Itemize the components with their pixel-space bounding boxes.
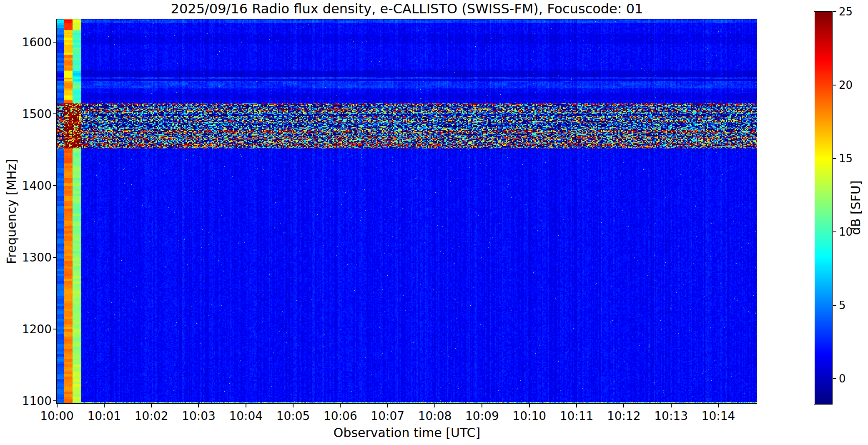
x-tick-label: 10:04: [229, 409, 263, 423]
x-tick-mark: [576, 404, 577, 407]
y-tick-mark: [53, 113, 57, 114]
x-tick-label: 10:09: [465, 409, 499, 423]
spectrogram-heatmap: [57, 19, 757, 403]
x-tick-mark: [529, 404, 530, 407]
colorbar-tick-mark: [833, 231, 836, 232]
colorbar-tick-label: 0: [839, 372, 846, 385]
x-tick-label: 10:12: [607, 409, 641, 423]
x-tick-mark: [482, 404, 482, 407]
chart-title: 2025/09/16 Radio flux density, e-CALLIST…: [171, 1, 643, 17]
y-tick-mark: [53, 42, 57, 43]
colorbar-tick-mark: [833, 158, 836, 159]
x-tick-label: 10:00: [40, 409, 74, 423]
x-tick-mark: [293, 404, 294, 407]
x-tick-mark: [151, 404, 152, 407]
spectrogram-figure: 2025/09/16 Radio flux density, e-CALLIST…: [0, 0, 868, 445]
x-tick-mark: [671, 404, 672, 407]
x-tick-mark: [104, 404, 105, 407]
x-tick-label: 10:14: [702, 409, 735, 423]
x-tick-mark: [623, 404, 624, 407]
y-tick-label: 1500: [0, 107, 52, 121]
y-tick-mark: [53, 257, 57, 258]
x-tick-label: 10:03: [182, 409, 216, 423]
x-tick-label: 10:06: [324, 409, 357, 423]
y-tick-mark: [53, 329, 57, 329]
x-tick-label: 10:13: [654, 409, 688, 423]
colorbar-tick-label: 10: [839, 226, 853, 238]
colorbar-tick-label: 15: [839, 152, 853, 165]
x-tick-mark: [387, 404, 388, 407]
x-tick-label: 10:10: [512, 409, 546, 423]
x-tick-label: 10:07: [371, 409, 404, 423]
colorbar-tick-mark: [833, 85, 836, 85]
y-tick-label: 1200: [0, 322, 52, 336]
colorbar-tick-label: 5: [839, 299, 846, 312]
colorbar-tick-label: 20: [839, 79, 853, 91]
x-tick-mark: [434, 404, 435, 407]
x-tick-label: 10:01: [87, 409, 121, 423]
x-tick-label: 10:11: [560, 409, 594, 423]
x-tick-label: 10:08: [418, 409, 452, 423]
y-tick-label: 1100: [0, 394, 52, 407]
x-tick-mark: [340, 404, 341, 407]
colorbar-tick-mark: [833, 378, 836, 379]
x-tick-label: 10:05: [276, 409, 310, 423]
y-tick-mark: [53, 185, 57, 186]
colorbar-tick-label: 25: [839, 5, 853, 18]
y-axis-label: Frequency [MHz]: [4, 159, 19, 264]
colorbar-tick-mark: [833, 11, 836, 12]
x-tick-mark: [198, 404, 199, 407]
x-tick-label: 10:02: [135, 409, 168, 423]
y-tick-label: 1300: [0, 251, 52, 264]
colorbar-tick-mark: [833, 305, 836, 306]
y-tick-label: 1400: [0, 179, 52, 193]
x-tick-mark: [246, 404, 246, 407]
x-tick-mark: [718, 404, 719, 407]
y-tick-mark: [53, 400, 57, 401]
x-tick-mark: [57, 404, 58, 407]
colorbar-gradient: [815, 12, 832, 404]
x-axis-label: Observation time [UTC]: [334, 425, 480, 440]
y-tick-label: 1600: [0, 35, 52, 49]
